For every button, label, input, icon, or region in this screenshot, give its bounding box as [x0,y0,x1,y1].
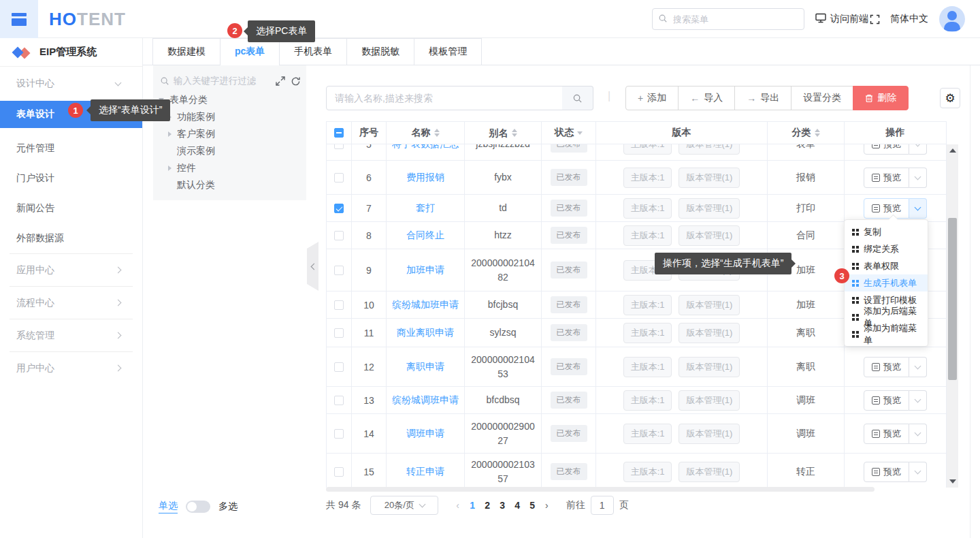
row-actions-dropdown-toggle[interactable] [909,424,927,444]
menu-item-generate-mobile-form[interactable]: 生成手机表单 [845,274,928,291]
row-actions-dropdown-toggle[interactable] [909,168,927,188]
import-button[interactable]: ←导入 [678,86,735,110]
scroll-up-arrow-icon[interactable] [949,148,956,153]
menu-item-bind-relation[interactable]: 绑定关系 [845,240,928,257]
tab-data-modeling[interactable]: 数据建模 [152,38,220,65]
scroll-down-arrow-icon[interactable] [949,479,956,484]
page-number-5[interactable]: 5 [525,500,540,511]
row-checkbox[interactable] [334,300,344,310]
main-version-button[interactable]: 主版本:1 [623,295,672,315]
tree-filter[interactable]: 输入关键字进行过滤 [159,71,301,91]
version-manage-button[interactable]: 版本管理(1) [679,295,740,315]
page-number-4[interactable]: 4 [510,500,525,511]
row-checkbox[interactable] [334,362,344,372]
menu-search-input[interactable] [652,8,804,30]
preview-button[interactable]: 预览 [864,357,909,377]
table-vertical-scrollbar[interactable] [947,144,958,488]
main-version-button[interactable]: 主版本:1 [623,462,672,482]
tree-node-root[interactable]: 表单分类 [159,91,301,108]
main-version-button[interactable]: 主版本:1 [623,225,672,246]
page-number-3[interactable]: 3 [495,500,510,511]
form-name-link[interactable]: 合同终止 [406,230,444,242]
version-manage-button[interactable]: 版本管理(1) [679,357,740,377]
user-avatar[interactable] [939,6,965,32]
tree-node[interactable]: 客户案例 [159,125,301,142]
tab-data-masking[interactable]: 数据脱敏 [346,38,414,65]
sidebar-group-design-center[interactable]: 设计中心 [0,72,142,95]
menu-item-form-permission[interactable]: 表单权限 [845,257,928,274]
form-name-link[interactable]: 费用报销 [406,172,444,184]
prev-page-button[interactable]: ‹ [456,500,459,511]
form-name-link[interactable]: 将子表数据汇总至主 [392,144,459,151]
goto-page-input[interactable] [591,496,614,515]
visit-frontend-link[interactable]: 访问前端 [815,0,868,38]
sidebar-group-user-center[interactable]: 用户中心 [0,351,142,384]
row-checkbox[interactable] [334,429,344,439]
version-manage-button[interactable]: 版本管理(1) [679,168,740,188]
preview-button[interactable]: 预览 [864,198,909,219]
sidebar-group-system-manage[interactable]: 系统管理 [0,319,142,351]
main-version-button[interactable]: 主版本:1 [623,198,672,219]
version-manage-button[interactable]: 版本管理(1) [679,225,740,246]
form-name-link[interactable]: 转正申请 [406,466,444,478]
sidebar-item-component-manage[interactable]: 元件管理 [0,133,142,163]
row-actions-dropdown-toggle[interactable] [909,462,927,482]
page-size-select[interactable]: 20条/页 [370,496,438,515]
main-version-button[interactable]: 主版本:1 [623,390,672,411]
main-version-button[interactable]: 主版本:1 [623,323,672,343]
form-name-link[interactable]: 离职申请 [406,361,444,373]
sidebar-item-portal-design[interactable]: 门户设计 [0,163,142,193]
row-actions-dropdown-toggle[interactable] [909,198,927,219]
fullscreen-button[interactable] [870,0,880,38]
version-manage-button[interactable]: 版本管理(1) [679,390,740,411]
tree-node[interactable]: 功能案例 [159,108,301,125]
page-number-1[interactable]: 1 [465,500,480,511]
main-version-button[interactable]: 主版本:1 [623,357,672,377]
row-checkbox[interactable] [334,328,344,338]
expand-all-icon[interactable] [276,76,285,86]
menu-item-add-frontend-menu[interactable]: 添加为前端菜单 [845,326,928,343]
sidebar-item-news[interactable]: 新闻公告 [0,193,142,223]
sidebar-group-app-center[interactable]: 应用中心 [0,253,142,286]
row-checkbox[interactable] [334,231,344,240]
tab-mobile-form[interactable]: 手机表单 [279,38,347,65]
select-all-checkbox[interactable] [334,128,344,138]
next-page-button[interactable]: › [545,500,549,511]
set-category-button[interactable]: 设置分类 [791,86,853,110]
tree-node[interactable]: 默认分类 [159,176,301,193]
version-manage-button[interactable]: 版本管理(1) [679,424,740,444]
refresh-icon[interactable] [291,76,301,86]
tab-pc-form[interactable]: pc表单 [220,38,280,65]
scrollbar-thumb[interactable] [948,218,957,380]
main-version-button[interactable]: 主版本:1 [623,144,672,155]
form-name-link[interactable]: 调班申请 [406,428,444,440]
version-manage-button[interactable]: 版本管理(1) [679,462,740,482]
version-manage-button[interactable]: 版本管理(1) [679,323,740,343]
export-button[interactable]: →导出 [734,86,791,110]
tree-node[interactable]: 演示案例 [159,142,301,159]
row-actions-dropdown-toggle[interactable] [909,390,927,411]
table-search-button[interactable] [562,86,593,110]
sort-header-alias[interactable]: 别名 [465,121,542,144]
collapse-menu-button[interactable] [0,0,38,38]
row-actions-dropdown-toggle[interactable] [909,144,927,155]
version-manage-button[interactable]: 版本管理(1) [679,198,740,219]
sidebar-group-flow-center[interactable]: 流程中心 [0,286,142,319]
preview-button[interactable]: 预览 [864,424,909,444]
preview-button[interactable]: 预览 [864,144,909,155]
language-switcher[interactable]: 简体中文 [890,0,928,38]
menu-item-copy[interactable]: 复制 [845,223,928,240]
version-manage-button[interactable]: 版本管理(1) [679,144,740,155]
main-version-button[interactable]: 主版本:1 [623,168,672,188]
select-mode-toggle[interactable] [186,501,210,513]
form-name-link[interactable]: 缤纷城调班申请 [392,394,459,407]
tab-template-manage[interactable]: 模板管理 [414,38,482,65]
tree-node[interactable]: 控件 [159,159,301,176]
preview-button[interactable]: 预览 [864,390,909,411]
row-checkbox[interactable] [334,266,344,275]
preview-button[interactable]: 预览 [864,168,909,188]
page-number-2[interactable]: 2 [480,500,495,511]
panel-collapse-handle[interactable] [307,242,318,291]
form-name-link[interactable]: 套打 [416,202,435,215]
sidebar-item-external-datasource[interactable]: 外部数据源 [0,223,142,253]
